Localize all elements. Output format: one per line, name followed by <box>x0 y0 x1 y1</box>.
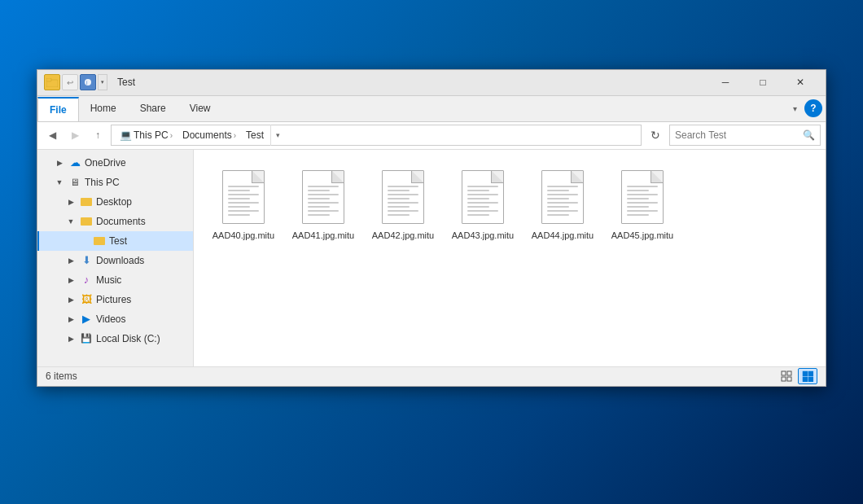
file-icon <box>379 168 427 226</box>
file-line <box>467 206 489 208</box>
file-name: AAD43.jpg.mitu <box>452 230 514 241</box>
file-line <box>547 202 578 204</box>
file-line <box>627 202 658 204</box>
quick-access-dropdown[interactable]: ▾ <box>98 74 107 90</box>
sidebar-label-desktop: Desktop <box>96 196 132 208</box>
file-line <box>308 186 339 187</box>
videos-icon: ▶ <box>80 313 93 326</box>
path-test[interactable]: Test <box>243 128 267 142</box>
address-path[interactable]: 💻 This PC › Documents › Test ▾ <box>111 125 642 146</box>
expand-icon: ▶ <box>54 157 65 169</box>
generic-file-shape <box>621 170 664 224</box>
file-item-file6[interactable]: AAD45.jpg.mitu <box>606 163 679 246</box>
sidebar-label-music: Music <box>96 274 121 286</box>
sidebar: ▶ ☁ OneDrive ▼ 🖥 This PC ▶ Desktop <box>37 150 194 366</box>
this-pc-icon: 🖥 <box>68 176 81 189</box>
file-line <box>547 186 578 187</box>
sidebar-item-this-pc[interactable]: ▼ 🖥 This PC <box>37 173 193 192</box>
title-bar: ↩ i ▾ Test ─ □ ✕ <box>37 70 826 96</box>
downloads-icon: ⬇ <box>80 254 93 267</box>
up-button[interactable]: ↑ <box>88 125 107 145</box>
view-grid-button[interactable] <box>777 368 796 384</box>
file-icon <box>618 168 667 226</box>
file-line <box>388 202 418 204</box>
file-line <box>467 214 489 216</box>
test-folder-icon <box>93 234 106 248</box>
svg-rect-9 <box>808 371 813 376</box>
path-dropdown[interactable]: ▾ <box>270 125 285 146</box>
file-item-file4[interactable]: AAD43.jpg.mitu <box>446 163 519 246</box>
minimize-button[interactable]: ─ <box>707 69 744 95</box>
window-controls: ─ □ ✕ <box>707 69 819 95</box>
item-count: 6 items <box>46 370 77 382</box>
file-item-file3[interactable]: AAD42.jpg.mitu <box>366 163 440 246</box>
help-button[interactable]: ? <box>804 99 822 117</box>
file-line <box>467 194 498 195</box>
sidebar-item-music[interactable]: ▶ ♪ Music <box>37 270 193 290</box>
file-lines <box>308 186 339 216</box>
file-line <box>467 202 498 204</box>
generic-file-shape <box>541 170 584 224</box>
properties-button[interactable]: i <box>80 74 96 90</box>
sidebar-label-pictures: Pictures <box>96 294 131 305</box>
file-line <box>228 194 259 195</box>
forward-button[interactable]: ▶ <box>65 125 85 145</box>
quick-access-toolbar: ↩ i ▾ <box>44 74 107 90</box>
file-line <box>308 190 330 191</box>
search-input[interactable] <box>675 129 799 141</box>
status-bar: 6 items <box>37 366 826 386</box>
sidebar-label-documents: Documents <box>96 216 146 227</box>
sidebar-item-desktop[interactable]: ▶ Desktop <box>37 192 193 212</box>
file-lines <box>388 186 418 216</box>
file-line <box>388 194 418 195</box>
file-item-file2[interactable]: AAD41.jpg.mitu <box>287 163 360 246</box>
pictures-icon: 🖼 <box>80 293 93 306</box>
path-pc[interactable]: 💻 This PC › <box>116 128 176 142</box>
file-icon <box>299 168 348 226</box>
maximize-button[interactable]: □ <box>744 69 782 95</box>
close-button[interactable]: ✕ <box>782 69 819 95</box>
tab-share[interactable]: Share <box>129 96 178 121</box>
ribbon-collapse[interactable]: ▾ <box>785 99 804 118</box>
file-line <box>228 198 250 199</box>
file-name: AAD41.jpg.mitu <box>292 230 354 241</box>
address-bar: ◀ ▶ ↑ 💻 This PC › Documents › Test ▾ ↻ 🔍 <box>37 122 826 150</box>
sidebar-item-documents[interactable]: ▼ Documents <box>37 212 193 231</box>
view-large-button[interactable] <box>798 368 817 384</box>
disk-icon: 💾 <box>80 332 93 345</box>
tab-home[interactable]: Home <box>79 96 129 121</box>
window-title: Test <box>114 77 707 88</box>
file-line <box>627 198 649 199</box>
pc-icon: 💻 <box>120 129 132 141</box>
refresh-button[interactable]: ↻ <box>645 125 666 146</box>
sidebar-item-downloads[interactable]: ▶ ⬇ Downloads <box>37 251 193 270</box>
file-line <box>228 202 259 204</box>
search-icon: 🔍 <box>803 129 815 141</box>
sidebar-item-pictures[interactable]: ▶ 🖼 Pictures <box>37 290 193 309</box>
file-item-file5[interactable]: AAD44.jpg.mitu <box>526 163 599 246</box>
file-line <box>467 190 489 191</box>
tab-file[interactable]: File <box>37 97 79 121</box>
file-name: AAD42.jpg.mitu <box>372 230 434 241</box>
sidebar-item-test[interactable]: Test <box>37 231 193 251</box>
file-line <box>308 202 339 204</box>
file-item-file1[interactable]: AAD40.jpg.mitu <box>207 163 280 246</box>
sidebar-item-videos[interactable]: ▶ ▶ Videos <box>37 309 193 329</box>
search-box[interactable]: 🔍 <box>669 125 821 146</box>
back-button[interactable]: ◀ <box>42 125 62 145</box>
path-documents[interactable]: Documents › <box>179 128 239 142</box>
svg-rect-11 <box>808 377 813 382</box>
tab-view[interactable]: View <box>178 96 223 121</box>
generic-file-shape <box>302 170 344 224</box>
file-line <box>627 194 658 195</box>
sidebar-item-local-disk[interactable]: ▶ 💾 Local Disk (C:) <box>37 329 193 348</box>
file-line <box>547 194 578 195</box>
svg-rect-4 <box>782 371 786 375</box>
ribbon-right: ▾ ? <box>785 96 826 121</box>
sidebar-item-onedrive[interactable]: ▶ ☁ OneDrive <box>37 153 193 173</box>
file-icon <box>219 168 268 226</box>
file-lines <box>467 186 498 216</box>
file-line <box>388 214 410 216</box>
svg-rect-10 <box>803 377 808 382</box>
undo-button[interactable]: ↩ <box>62 74 78 90</box>
